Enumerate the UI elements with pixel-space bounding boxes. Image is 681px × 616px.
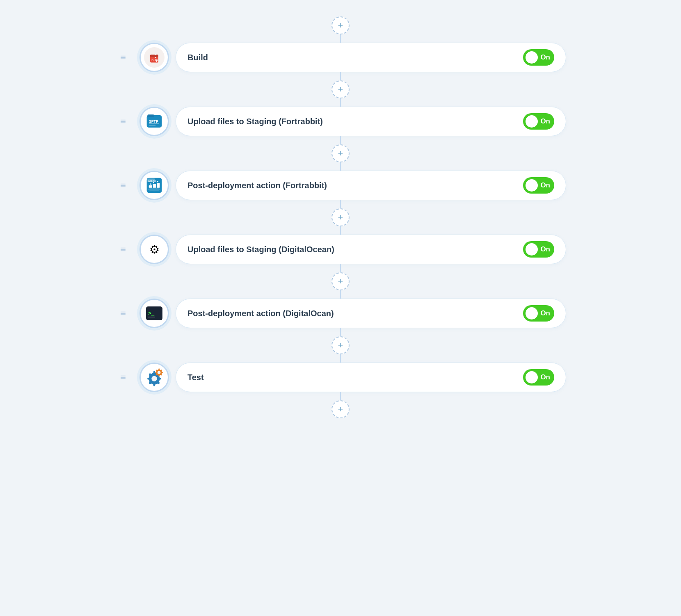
toggle-knob: [526, 371, 538, 383]
pipeline-container: Gulp BuildOn SFTP Upload files to Stagin…: [115, 16, 566, 418]
step-label-test: Test: [187, 373, 523, 382]
svg-rect-16: [149, 125, 156, 125]
step-icon-upload-staging-digitalocean: ⚙: [139, 235, 169, 264]
toggle-knob: [526, 179, 538, 192]
step-card-upload-staging-digitalocean[interactable]: Upload files to Staging (DigitalOcean)On: [176, 235, 566, 264]
svg-rect-25: [157, 183, 160, 188]
svg-text:IMAGE: IMAGE: [148, 180, 156, 183]
toggle-label: On: [540, 309, 550, 317]
toggle-build[interactable]: On: [523, 49, 554, 66]
connector-line: [340, 290, 341, 299]
svg-rect-23: [149, 185, 152, 188]
step-row: ⚙Upload files to Staging (DigitalOcean)O…: [115, 235, 566, 264]
step-card-post-deploy-fortrabbit[interactable]: Post-deployment action (Fortrabbit)On: [176, 171, 566, 200]
drag-handle[interactable]: [115, 177, 131, 194]
svg-point-29: [157, 181, 158, 182]
step-icon-build: Gulp: [139, 43, 169, 72]
svg-point-28: [153, 182, 154, 183]
step-row: SFTP Upload files to Staging (Fortrabbit…: [115, 107, 566, 136]
svg-point-7: [150, 55, 158, 57]
step-row: TestOn: [115, 363, 566, 392]
svg-text:SFTP: SFTP: [149, 119, 158, 123]
step-label-post-deploy-digitalocean: Post-deployment action (DigitalOcan): [187, 309, 523, 318]
toggle-knob: [526, 243, 538, 256]
toggle-label: On: [540, 373, 550, 381]
add-step-button-0[interactable]: [331, 16, 350, 34]
toggle-knob: [526, 307, 538, 319]
toggle-knob: [526, 51, 538, 64]
step-icon-post-deploy-fortrabbit: IMAGE: [139, 171, 169, 200]
step-row: IMAGE Post-deployment action (Fortrabbit…: [115, 171, 566, 200]
connector-line: [340, 162, 341, 171]
step-label-upload-staging-digitalocean: Upload files to Staging (DigitalOcean): [187, 245, 523, 254]
connector-line: [340, 98, 341, 107]
connector-line: [340, 136, 341, 144]
add-step-button-3[interactable]: [331, 208, 350, 226]
svg-point-27: [150, 183, 151, 185]
svg-point-43: [158, 371, 161, 374]
toggle-post-deploy-fortrabbit[interactable]: On: [523, 177, 554, 194]
add-step-button-1[interactable]: [331, 80, 350, 98]
drag-handle[interactable]: [115, 113, 131, 130]
connector-line: [340, 354, 341, 363]
toggle-knob: [526, 115, 538, 128]
connector-line: [340, 226, 341, 235]
connector-line: [340, 392, 341, 400]
svg-rect-13: [147, 114, 154, 117]
toggle-label: On: [540, 245, 550, 253]
svg-rect-38: [148, 317, 155, 317]
svg-rect-15: [149, 123, 159, 124]
drag-handle[interactable]: [115, 49, 131, 66]
add-step-button-4[interactable]: [331, 272, 350, 290]
toggle-label: On: [540, 117, 550, 125]
add-step-button-last[interactable]: [331, 400, 350, 418]
connector-line: [340, 34, 341, 43]
step-card-test[interactable]: TestOn: [176, 363, 566, 392]
step-card-build[interactable]: BuildOn: [176, 43, 566, 72]
step-label-build: Build: [187, 53, 523, 62]
add-step-button-5[interactable]: [331, 336, 350, 354]
step-label-upload-staging-fortrabbit: Upload files to Staging (Fortrabbit): [187, 117, 523, 126]
step-icon-post-deploy-digitalocean: >_: [139, 299, 169, 328]
toggle-label: On: [540, 53, 550, 62]
toggle-label: On: [540, 181, 550, 189]
step-card-post-deploy-digitalocean[interactable]: Post-deployment action (DigitalOcan)On: [176, 299, 566, 328]
toggle-test[interactable]: On: [523, 369, 554, 386]
connector-line: [340, 264, 341, 272]
step-card-upload-staging-fortrabbit[interactable]: Upload files to Staging (Fortrabbit)On: [176, 107, 566, 136]
svg-point-42: [151, 376, 157, 381]
step-row: >_ Post-deployment action (DigitalOcan)O…: [115, 299, 566, 328]
step-label-post-deploy-fortrabbit: Post-deployment action (Fortrabbit): [187, 181, 523, 190]
step-icon-upload-staging-fortrabbit: SFTP: [139, 107, 169, 136]
step-row: Gulp BuildOn: [115, 43, 566, 72]
connector-line: [340, 328, 341, 336]
toggle-upload-staging-fortrabbit[interactable]: On: [523, 113, 554, 130]
svg-text:>_: >_: [148, 310, 155, 316]
drag-handle[interactable]: [115, 305, 131, 322]
drag-handle[interactable]: [115, 241, 131, 258]
step-icon-test: [139, 363, 169, 392]
add-step-button-2[interactable]: [331, 144, 350, 162]
svg-rect-24: [153, 184, 156, 188]
drag-handle[interactable]: [115, 369, 131, 386]
connector-line: [340, 72, 341, 80]
toggle-post-deploy-digitalocean[interactable]: On: [523, 305, 554, 322]
svg-text:Gulp: Gulp: [151, 59, 158, 62]
connector-line: [340, 200, 341, 208]
svg-point-26: [148, 188, 160, 191]
toggle-upload-staging-digitalocean[interactable]: On: [523, 241, 554, 258]
